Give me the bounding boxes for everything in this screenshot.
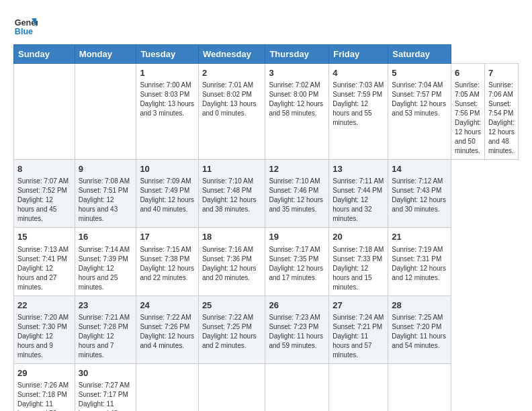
header-friday: Friday: [329, 45, 388, 64]
day-info: Sunrise: 7:04 AMSunset: 7:57 PMDaylight:…: [392, 81, 447, 118]
week-row: 8Sunrise: 7:07 AMSunset: 7:52 PMDaylight…: [14, 160, 519, 228]
header-wednesday: Wednesday: [198, 45, 265, 64]
day-info: Sunrise: 7:25 AMSunset: 7:20 PMDaylight:…: [392, 313, 447, 351]
day-cell: 12Sunrise: 7:10 AMSunset: 7:46 PMDayligh…: [265, 160, 329, 228]
day-cell: 21Sunrise: 7:19 AMSunset: 7:31 PMDayligh…: [388, 228, 451, 295]
day-number: 22: [17, 300, 71, 312]
header-row: SundayMondayTuesdayWednesdayThursdayFrid…: [14, 45, 519, 64]
day-cell: 1Sunrise: 7:00 AMSunset: 8:03 PMDaylight…: [136, 64, 199, 160]
day-cell: 4Sunrise: 7:03 AMSunset: 7:59 PMDaylight…: [329, 64, 388, 160]
day-info: Sunrise: 7:15 AMSunset: 7:38 PMDaylight:…: [140, 245, 195, 283]
day-info: Sunrise: 7:14 AMSunset: 7:39 PMDaylight:…: [79, 245, 133, 292]
day-info: Sunrise: 7:10 AMSunset: 7:48 PMDaylight:…: [202, 177, 262, 214]
day-cell: 16Sunrise: 7:14 AMSunset: 7:39 PMDayligh…: [75, 228, 136, 295]
week-row: 22Sunrise: 7:20 AMSunset: 7:30 PMDayligh…: [14, 295, 519, 363]
day-info: Sunrise: 7:13 AMSunset: 7:41 PMDaylight:…: [17, 245, 71, 292]
day-cell: 18Sunrise: 7:16 AMSunset: 7:36 PMDayligh…: [198, 228, 265, 295]
day-number: 19: [269, 231, 325, 243]
day-cell: 20Sunrise: 7:18 AMSunset: 7:33 PMDayligh…: [329, 228, 388, 295]
day-cell: [329, 363, 388, 411]
day-info: Sunrise: 7:20 AMSunset: 7:30 PMDaylight:…: [17, 313, 71, 360]
day-info: Sunrise: 7:11 AMSunset: 7:44 PMDaylight:…: [332, 177, 384, 224]
header-tuesday: Tuesday: [136, 45, 199, 64]
day-number: 5: [392, 67, 447, 79]
day-info: Sunrise: 7:22 AMSunset: 7:26 PMDaylight:…: [140, 313, 195, 351]
day-info: Sunrise: 7:12 AMSunset: 7:43 PMDaylight:…: [392, 177, 447, 214]
day-cell: [75, 64, 136, 160]
day-number: 10: [140, 163, 195, 175]
day-cell: 24Sunrise: 7:22 AMSunset: 7:26 PMDayligh…: [136, 295, 199, 363]
day-cell: 10Sunrise: 7:09 AMSunset: 7:49 PMDayligh…: [136, 160, 199, 228]
day-info: Sunrise: 7:06 AMSunset: 7:54 PMDaylight:…: [488, 81, 515, 156]
day-cell: 2Sunrise: 7:01 AMSunset: 8:02 PMDaylight…: [198, 64, 265, 160]
day-cell: 11Sunrise: 7:10 AMSunset: 7:48 PMDayligh…: [198, 160, 265, 228]
day-number: 11: [202, 163, 262, 175]
day-number: 9: [79, 163, 133, 175]
header-thursday: Thursday: [265, 45, 329, 64]
day-number: 18: [202, 231, 262, 243]
day-info: Sunrise: 7:00 AMSunset: 8:03 PMDaylight:…: [140, 81, 195, 118]
day-cell: 13Sunrise: 7:11 AMSunset: 7:44 PMDayligh…: [329, 160, 388, 228]
day-number: 3: [269, 67, 325, 79]
day-number: 13: [332, 163, 384, 175]
day-cell: 23Sunrise: 7:21 AMSunset: 7:28 PMDayligh…: [75, 295, 136, 363]
day-cell: 25Sunrise: 7:22 AMSunset: 7:25 PMDayligh…: [198, 295, 265, 363]
week-row: 15Sunrise: 7:13 AMSunset: 7:41 PMDayligh…: [14, 228, 519, 295]
day-cell: 27Sunrise: 7:24 AMSunset: 7:21 PMDayligh…: [329, 295, 388, 363]
day-cell: 28Sunrise: 7:25 AMSunset: 7:20 PMDayligh…: [388, 295, 451, 363]
day-number: 2: [202, 67, 262, 79]
page-header: General Blue: [13, 13, 519, 38]
day-number: 20: [332, 231, 384, 243]
day-cell: [388, 363, 451, 411]
day-number: 17: [140, 231, 195, 243]
calendar-body: 1Sunrise: 7:00 AMSunset: 8:03 PMDaylight…: [14, 64, 519, 412]
calendar-table: SundayMondayTuesdayWednesdayThursdayFrid…: [13, 44, 519, 411]
svg-text:Blue: Blue: [15, 27, 33, 36]
day-cell: 26Sunrise: 7:23 AMSunset: 7:23 PMDayligh…: [265, 295, 329, 363]
day-cell: 3Sunrise: 7:02 AMSunset: 8:00 PMDaylight…: [265, 64, 329, 160]
day-info: Sunrise: 7:19 AMSunset: 7:31 PMDaylight:…: [392, 245, 447, 283]
day-number: 8: [17, 163, 71, 175]
day-info: Sunrise: 7:05 AMSunset: 7:56 PMDaylight:…: [455, 81, 481, 156]
day-number: 15: [17, 231, 71, 243]
day-cell: [265, 363, 329, 411]
day-cell: [14, 64, 75, 160]
day-cell: 30Sunrise: 7:27 AMSunset: 7:17 PMDayligh…: [75, 363, 136, 411]
day-number: 14: [392, 163, 447, 175]
day-number: 25: [202, 300, 262, 312]
day-cell: 19Sunrise: 7:17 AMSunset: 7:35 PMDayligh…: [265, 228, 329, 295]
day-number: 27: [332, 300, 384, 312]
day-info: Sunrise: 7:27 AMSunset: 7:17 PMDaylight:…: [79, 381, 133, 411]
day-cell: 22Sunrise: 7:20 AMSunset: 7:30 PMDayligh…: [14, 295, 75, 363]
day-cell: 17Sunrise: 7:15 AMSunset: 7:38 PMDayligh…: [136, 228, 199, 295]
day-cell: 15Sunrise: 7:13 AMSunset: 7:41 PMDayligh…: [14, 228, 75, 295]
day-cell: 5Sunrise: 7:04 AMSunset: 7:57 PMDaylight…: [388, 64, 451, 160]
day-info: Sunrise: 7:21 AMSunset: 7:28 PMDaylight:…: [79, 313, 133, 360]
day-info: Sunrise: 7:17 AMSunset: 7:35 PMDaylight:…: [269, 245, 325, 283]
calendar-header: SundayMondayTuesdayWednesdayThursdayFrid…: [14, 45, 519, 64]
day-cell: [198, 363, 265, 411]
day-info: Sunrise: 7:26 AMSunset: 7:18 PMDaylight:…: [17, 381, 71, 411]
day-info: Sunrise: 7:09 AMSunset: 7:49 PMDaylight:…: [140, 177, 195, 214]
day-number: 6: [455, 67, 481, 79]
header-sunday: Sunday: [14, 45, 75, 64]
day-number: 28: [392, 300, 447, 312]
day-number: 24: [140, 300, 195, 312]
day-number: 23: [79, 300, 133, 312]
day-info: Sunrise: 7:02 AMSunset: 8:00 PMDaylight:…: [269, 81, 325, 118]
day-number: 12: [269, 163, 325, 175]
day-info: Sunrise: 7:03 AMSunset: 7:59 PMDaylight:…: [332, 81, 384, 128]
header-saturday: Saturday: [388, 45, 451, 64]
logo-icon: General Blue: [13, 13, 38, 38]
day-info: Sunrise: 7:16 AMSunset: 7:36 PMDaylight:…: [202, 245, 262, 283]
logo: General Blue: [13, 13, 42, 38]
day-info: Sunrise: 7:24 AMSunset: 7:21 PMDaylight:…: [332, 313, 384, 360]
day-info: Sunrise: 7:07 AMSunset: 7:52 PMDaylight:…: [17, 177, 71, 224]
header-monday: Monday: [75, 45, 136, 64]
day-number: 16: [79, 231, 133, 243]
day-cell: 14Sunrise: 7:12 AMSunset: 7:43 PMDayligh…: [388, 160, 451, 228]
day-info: Sunrise: 7:22 AMSunset: 7:25 PMDaylight:…: [202, 313, 262, 351]
day-cell: 7Sunrise: 7:06 AMSunset: 7:54 PMDaylight…: [485, 64, 519, 160]
day-cell: 9Sunrise: 7:08 AMSunset: 7:51 PMDaylight…: [75, 160, 136, 228]
day-cell: 6Sunrise: 7:05 AMSunset: 7:56 PMDaylight…: [451, 64, 485, 160]
